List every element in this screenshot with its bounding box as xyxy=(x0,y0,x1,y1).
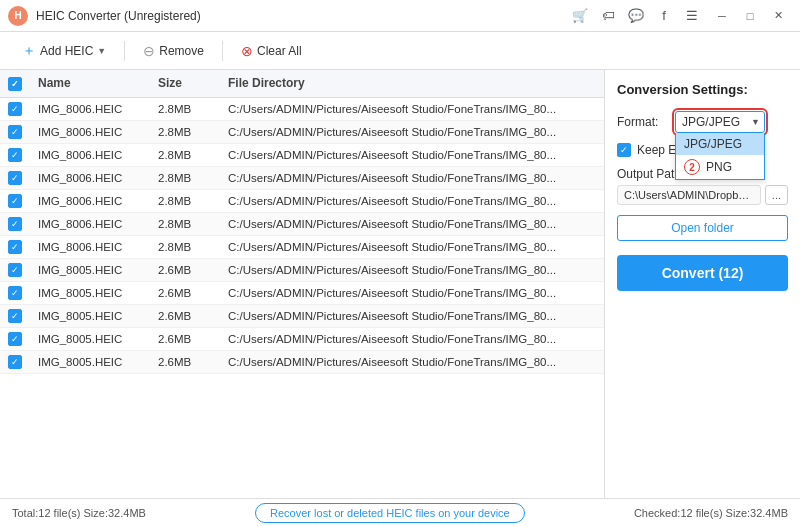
facebook-icon[interactable]: f xyxy=(656,8,672,24)
format-dropdown-menu: JPG/JPEG 2 PNG xyxy=(675,133,765,180)
row-dir: C:/Users/ADMIN/Pictures/Aiseesoft Studio… xyxy=(220,356,604,368)
table-row[interactable]: IMG_8006.HEIC 2.8MB C:/Users/ADMIN/Pictu… xyxy=(0,190,604,213)
row-dir: C:/Users/ADMIN/Pictures/Aiseesoft Studio… xyxy=(220,333,604,345)
format-selected-value: JPG/JPEG xyxy=(682,115,740,129)
toolbar: ＋ Add HEIC ▼ ⊖ Remove ⊗ Clear All xyxy=(0,32,800,70)
row-size: 2.6MB xyxy=(150,287,220,299)
row-dir: C:/Users/ADMIN/Pictures/Aiseesoft Studio… xyxy=(220,264,604,276)
row-checkbox[interactable] xyxy=(8,102,22,116)
row-checkbox-cell[interactable] xyxy=(0,263,30,277)
row-size: 2.6MB xyxy=(150,356,220,368)
format-dropdown-container: JPG/JPEG ▼ JPG/JPEG 2 PNG xyxy=(675,111,765,133)
table-row[interactable]: IMG_8005.HEIC 2.6MB C:/Users/ADMIN/Pictu… xyxy=(0,328,604,351)
format-option-jpg[interactable]: JPG/JPEG xyxy=(676,133,764,155)
row-checkbox[interactable] xyxy=(8,171,22,185)
header-directory: File Directory xyxy=(220,76,604,91)
format-row: Format: JPG/JPEG ▼ JPG/JPEG 2 PNG xyxy=(617,111,788,133)
row-size: 2.8MB xyxy=(150,126,220,138)
open-folder-button[interactable]: Open folder xyxy=(617,215,788,241)
row-checkbox-cell[interactable] xyxy=(0,355,30,369)
table-row[interactable]: IMG_8006.HEIC 2.8MB C:/Users/ADMIN/Pictu… xyxy=(0,144,604,167)
table-header: Name Size File Directory xyxy=(0,70,604,98)
table-row[interactable]: IMG_8005.HEIC 2.6MB C:/Users/ADMIN/Pictu… xyxy=(0,259,604,282)
chat-icon[interactable]: 💬 xyxy=(628,8,644,24)
header-checkbox-col[interactable] xyxy=(0,76,30,91)
header-name: Name xyxy=(30,76,150,91)
row-dir: C:/Users/ADMIN/Pictures/Aiseesoft Studio… xyxy=(220,172,604,184)
row-checkbox[interactable] xyxy=(8,309,22,323)
maximize-button[interactable]: □ xyxy=(736,3,764,29)
add-dropdown-arrow: ▼ xyxy=(97,46,106,56)
row-checkbox-cell[interactable] xyxy=(0,309,30,323)
table-row[interactable]: IMG_8005.HEIC 2.6MB C:/Users/ADMIN/Pictu… xyxy=(0,305,604,328)
browse-button[interactable]: ... xyxy=(765,185,788,205)
format-select[interactable]: JPG/JPEG ▼ xyxy=(675,111,765,133)
row-checkbox[interactable] xyxy=(8,125,22,139)
settings-title: Conversion Settings: xyxy=(617,82,788,97)
row-dir: C:/Users/ADMIN/Pictures/Aiseesoft Studio… xyxy=(220,241,604,253)
add-heic-button[interactable]: ＋ Add HEIC ▼ xyxy=(12,38,116,64)
table-row[interactable]: IMG_8006.HEIC 2.8MB C:/Users/ADMIN/Pictu… xyxy=(0,213,604,236)
format-png-label: PNG xyxy=(706,160,732,174)
select-all-checkbox[interactable] xyxy=(8,77,22,91)
recover-button[interactable]: Recover lost or deleted HEIC files on yo… xyxy=(255,503,525,523)
header-size: Size xyxy=(150,76,220,91)
convert-button[interactable]: Convert (12) xyxy=(617,255,788,291)
row-checkbox-cell[interactable] xyxy=(0,217,30,231)
row-name: IMG_8005.HEIC xyxy=(30,356,150,368)
table-row[interactable]: IMG_8006.HEIC 2.8MB C:/Users/ADMIN/Pictu… xyxy=(0,236,604,259)
row-size: 2.8MB xyxy=(150,241,220,253)
row-checkbox-cell[interactable] xyxy=(0,240,30,254)
row-name: IMG_8005.HEIC xyxy=(30,310,150,322)
total-status: Total:12 file(s) Size:32.4MB xyxy=(12,507,146,519)
format-label: Format: xyxy=(617,115,667,129)
row-dir: C:/Users/ADMIN/Pictures/Aiseesoft Studio… xyxy=(220,287,604,299)
row-checkbox-cell[interactable] xyxy=(0,148,30,162)
table-row[interactable]: IMG_8006.HEIC 2.8MB C:/Users/ADMIN/Pictu… xyxy=(0,98,604,121)
row-name: IMG_8006.HEIC xyxy=(30,103,150,115)
row-checkbox[interactable] xyxy=(8,148,22,162)
table-row[interactable]: IMG_8005.HEIC 2.6MB C:/Users/ADMIN/Pictu… xyxy=(0,351,604,374)
menu-icon[interactable]: ☰ xyxy=(684,8,700,24)
row-checkbox[interactable] xyxy=(8,355,22,369)
row-checkbox-cell[interactable] xyxy=(0,125,30,139)
row-name: IMG_8005.HEIC xyxy=(30,264,150,276)
row-checkbox-cell[interactable] xyxy=(0,332,30,346)
cart-icon[interactable]: 🛒 xyxy=(572,8,588,24)
row-size: 2.6MB xyxy=(150,264,220,276)
option-number-2: 2 xyxy=(684,159,700,175)
row-size: 2.8MB xyxy=(150,195,220,207)
row-checkbox-cell[interactable] xyxy=(0,194,30,208)
row-checkbox[interactable] xyxy=(8,263,22,277)
row-dir: C:/Users/ADMIN/Pictures/Aiseesoft Studio… xyxy=(220,195,604,207)
keep-exif-checkbox[interactable] xyxy=(617,143,631,157)
window-controls: ─ □ ✕ xyxy=(708,3,792,29)
row-checkbox-cell[interactable] xyxy=(0,286,30,300)
row-checkbox[interactable] xyxy=(8,240,22,254)
status-bar: Total:12 file(s) Size:32.4MB Recover los… xyxy=(0,498,800,526)
format-option-png[interactable]: 2 PNG xyxy=(676,155,764,179)
row-name: IMG_8006.HEIC xyxy=(30,149,150,161)
output-path-row: C:\Users\ADMIN\Dropbox\PC... ... xyxy=(617,185,788,205)
minimize-button[interactable]: ─ xyxy=(708,3,736,29)
row-dir: C:/Users/ADMIN/Pictures/Aiseesoft Studio… xyxy=(220,218,604,230)
title-bar: H HEIC Converter (Unregistered) 🛒 🏷 💬 f … xyxy=(0,0,800,32)
format-arrow-icon: ▼ xyxy=(751,117,760,127)
remove-button[interactable]: ⊖ Remove xyxy=(133,39,214,63)
row-checkbox[interactable] xyxy=(8,194,22,208)
clear-all-button[interactable]: ⊗ Clear All xyxy=(231,39,312,63)
row-name: IMG_8005.HEIC xyxy=(30,333,150,345)
row-checkbox[interactable] xyxy=(8,286,22,300)
row-checkbox-cell[interactable] xyxy=(0,171,30,185)
row-checkbox[interactable] xyxy=(8,217,22,231)
row-name: IMG_8006.HEIC xyxy=(30,218,150,230)
tag-icon[interactable]: 🏷 xyxy=(600,8,616,24)
table-row[interactable]: IMG_8006.HEIC 2.8MB C:/Users/ADMIN/Pictu… xyxy=(0,121,604,144)
row-name: IMG_8006.HEIC xyxy=(30,195,150,207)
table-row[interactable]: IMG_8005.HEIC 2.6MB C:/Users/ADMIN/Pictu… xyxy=(0,282,604,305)
row-checkbox-cell[interactable] xyxy=(0,102,30,116)
row-checkbox[interactable] xyxy=(8,332,22,346)
close-button[interactable]: ✕ xyxy=(764,3,792,29)
row-name: IMG_8006.HEIC xyxy=(30,172,150,184)
table-row[interactable]: IMG_8006.HEIC 2.8MB C:/Users/ADMIN/Pictu… xyxy=(0,167,604,190)
